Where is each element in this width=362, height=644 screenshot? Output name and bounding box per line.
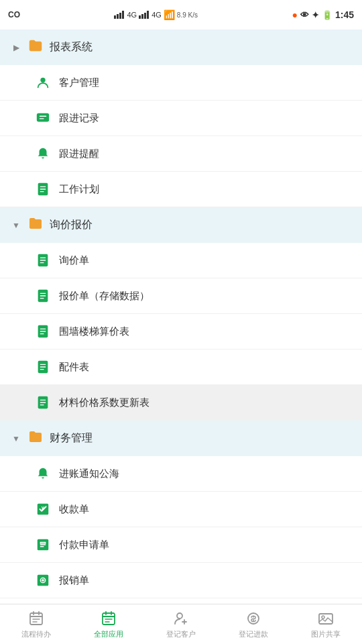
svg-point-26 xyxy=(177,613,182,619)
tab-bar: 流程待办 全部应用 登记客户 xyxy=(0,604,362,644)
section-reports[interactable]: ▶ 报表系统 xyxy=(0,30,362,65)
menu-label-quote-form: 报价单（存储数据） xyxy=(59,290,149,303)
menu-item-customers[interactable]: 客户管理 xyxy=(0,65,362,101)
folder-inquiry-icon xyxy=(28,217,43,233)
tab-photo-share-icon xyxy=(317,610,335,627)
menu-item-follow-reminder[interactable]: 跟进提醒 xyxy=(0,136,362,172)
signal2-type: 4G xyxy=(152,11,162,19)
tab-process-label: 流程待办 xyxy=(21,629,51,639)
svg-rect-4 xyxy=(139,15,141,19)
arrow-finance: ▼ xyxy=(11,433,21,444)
section-reports-title: 报表系统 xyxy=(50,40,93,54)
menu-label-parts-list: 配件表 xyxy=(59,361,89,374)
bell-icon xyxy=(35,146,51,162)
svg-rect-0 xyxy=(114,15,116,19)
tab-process-icon xyxy=(27,610,45,627)
eye-icon: 👁 xyxy=(300,10,309,20)
menu-item-receipt[interactable]: ¥ 收款单 xyxy=(0,492,362,527)
speed-text: 8.9 K/s xyxy=(177,11,198,19)
tab-all-apps[interactable]: 全部应用 xyxy=(72,610,145,639)
battery-icon: 🔋 xyxy=(322,10,333,20)
menu-label-work-plan: 工作计划 xyxy=(59,183,99,196)
signal2-icon xyxy=(139,11,149,19)
menu-item-income-notify[interactable]: 进账通知公海 xyxy=(0,456,362,492)
menu-item-parts-list[interactable]: 配件表 xyxy=(0,350,362,385)
payment-icon xyxy=(35,537,51,553)
tab-register-progress-icon xyxy=(245,610,262,627)
svg-rect-2 xyxy=(119,13,121,19)
menu-label-receipt: 收款单 xyxy=(59,503,89,516)
folder-finance-icon xyxy=(28,430,43,447)
signal-icon xyxy=(114,11,125,19)
svg-rect-9 xyxy=(37,113,49,122)
svg-rect-3 xyxy=(122,11,124,19)
menu-label-wall-price: 围墙楼梯算价表 xyxy=(59,325,129,338)
doc-material-icon xyxy=(35,394,51,411)
section-finance-title: 财务管理 xyxy=(50,431,93,445)
menu-label-follow-records: 跟进记录 xyxy=(59,112,99,125)
tab-register-progress[interactable]: 登记进款 xyxy=(217,610,290,639)
bell-income-icon xyxy=(35,466,51,482)
time: 1:45 xyxy=(335,9,354,20)
menu-item-material-price[interactable]: 材料价格系数更新表 xyxy=(0,385,362,421)
svg-text:¥: ¥ xyxy=(42,506,45,512)
menu-label-customers: 客户管理 xyxy=(59,76,99,89)
signal-type: 4G xyxy=(127,11,137,19)
chat-icon xyxy=(35,110,51,126)
tab-register-customer[interactable]: 登记客户 xyxy=(145,610,217,639)
tab-process[interactable]: 流程待办 xyxy=(0,610,72,639)
status-bar: CO 4G 4G 📶 8.9 K/s ● 👁 ✦ 🔋 1:45 xyxy=(0,0,362,30)
receipt-icon: ¥ xyxy=(35,501,51,517)
doc-workplan-icon xyxy=(35,181,51,197)
menu-item-payment-apply[interactable]: 付款申请单 xyxy=(0,527,362,563)
tab-register-progress-label: 登记进款 xyxy=(239,629,268,639)
section-inquiry-title: 询价报价 xyxy=(50,218,93,232)
menu-item-reimbursement[interactable]: 报销单 xyxy=(0,563,362,598)
tab-photo-share[interactable]: 图片共享 xyxy=(290,610,362,639)
menu-label-inquiry-form: 询价单 xyxy=(59,254,89,267)
status-right: ● 👁 ✦ 🔋 1:45 xyxy=(292,9,354,20)
menu-label-follow-reminder: 跟进提醒 xyxy=(59,148,99,160)
menu-item-quote-form[interactable]: 报价单（存储数据） xyxy=(0,278,362,314)
bluetooth-icon: ✦ xyxy=(312,10,319,20)
section-finance[interactable]: ▼ 财务管理 xyxy=(0,421,362,456)
wifi-icon: 📶 xyxy=(164,9,175,20)
tab-register-customer-label: 登记客户 xyxy=(166,629,196,639)
person-icon xyxy=(35,74,51,91)
menu-item-work-plan[interactable]: 工作计划 xyxy=(0,172,362,207)
tab-all-apps-label: 全部应用 xyxy=(94,629,123,639)
svg-point-8 xyxy=(40,78,45,83)
doc-quote-icon xyxy=(35,288,51,304)
svg-rect-5 xyxy=(141,14,143,19)
section-inquiry[interactable]: ▼ 询价报价 xyxy=(0,207,362,243)
arrow-reports: ▶ xyxy=(11,42,21,53)
status-left: CO xyxy=(8,10,20,19)
svg-point-29 xyxy=(322,616,324,619)
menu-item-wall-price[interactable]: 围墙楼梯算价表 xyxy=(0,314,362,350)
menu-item-follow-records[interactable]: 跟进记录 xyxy=(0,101,362,136)
menu-label-material-price: 材料价格系数更新表 xyxy=(59,396,149,409)
arrow-inquiry: ▼ xyxy=(11,220,21,231)
tab-register-customer-icon xyxy=(172,610,190,627)
menu-container: ▶ 报表系统 客户管理 跟进记录 xyxy=(0,30,362,604)
menu-item-inquiry-form[interactable]: 询价单 xyxy=(0,243,362,278)
reimbursement-icon xyxy=(35,572,51,588)
tab-all-apps-icon xyxy=(100,610,117,627)
status-co: CO xyxy=(8,10,20,19)
folder-reports-icon xyxy=(28,39,43,56)
menu-label-payment-apply: 付款申请单 xyxy=(59,539,109,551)
notification-dot: ● xyxy=(292,9,297,20)
doc-parts-icon xyxy=(35,359,51,375)
svg-rect-28 xyxy=(319,614,333,624)
status-center: 4G 4G 📶 8.9 K/s xyxy=(114,9,198,20)
doc-inquiry-icon xyxy=(35,252,51,268)
menu-label-income-notify: 进账通知公海 xyxy=(59,468,119,480)
svg-rect-1 xyxy=(117,14,119,19)
menu-item-finance-flow[interactable]: 财务流水单 xyxy=(0,598,362,604)
tab-photo-share-label: 图片共享 xyxy=(311,629,341,639)
svg-rect-6 xyxy=(144,13,146,19)
svg-rect-7 xyxy=(147,11,149,19)
menu-label-reimbursement: 报销单 xyxy=(59,574,89,587)
doc-wall-icon xyxy=(35,323,51,339)
